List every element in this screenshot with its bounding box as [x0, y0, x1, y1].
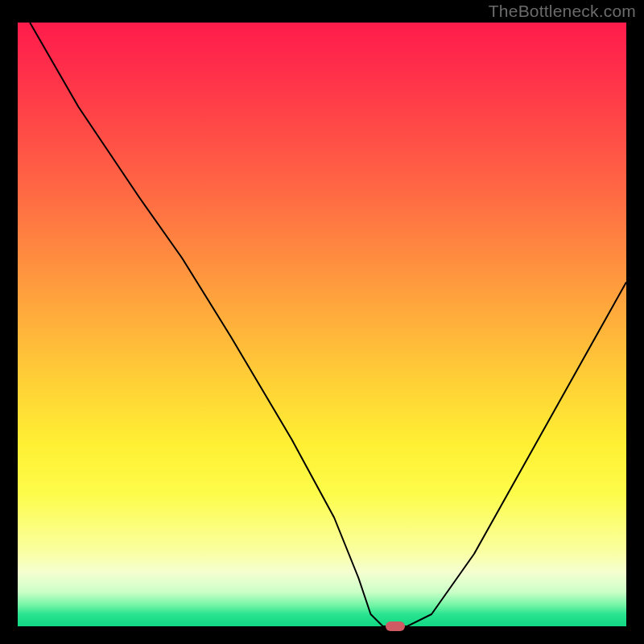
chart-container: TheBottleneck.com — [0, 0, 644, 644]
plot-area — [18, 23, 626, 626]
watermark-text: TheBottleneck.com — [489, 2, 636, 21]
bottleneck-curve — [18, 23, 626, 626]
optimal-point-marker — [386, 621, 405, 631]
